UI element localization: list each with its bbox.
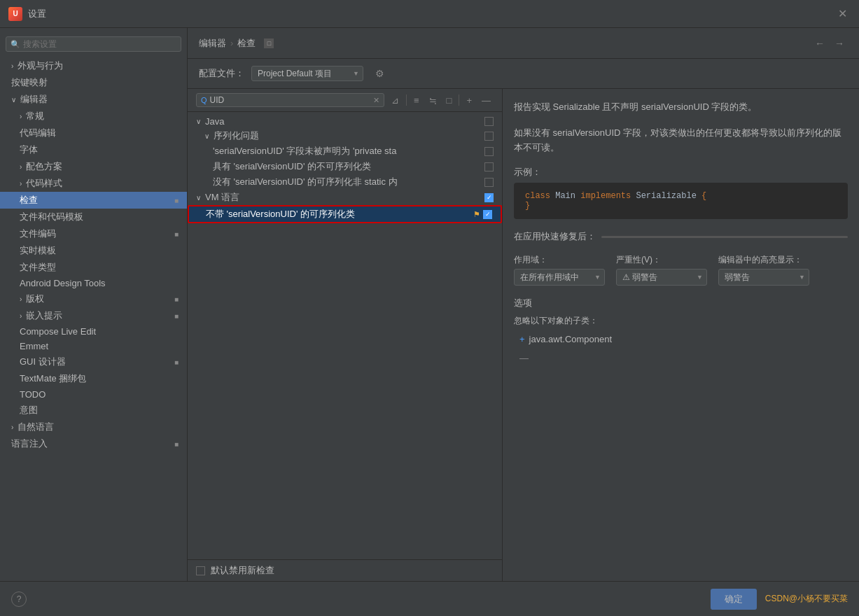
help-button[interactable]: ? xyxy=(11,592,27,607)
tree-node-java-checkbox[interactable] xyxy=(484,117,494,126)
bottom-bar: ? 确定 CSDN@小杨不要买菜 xyxy=(0,581,859,616)
toolbar-separator xyxy=(406,94,407,106)
sidebar-item-file-type[interactable]: 文件类型 xyxy=(0,259,187,276)
sidebar-item-appearance[interactable]: ›外观与行为 xyxy=(0,57,187,74)
chevron-icon: ∨ xyxy=(196,194,201,202)
tree-node-serial2-label: 具有 'serialVersionUID' 的不可序列化类 xyxy=(213,160,482,173)
chevron-icon: › xyxy=(20,295,22,303)
detail-panel: 报告实现 Serializable 且不声明 serialVersionUID … xyxy=(503,89,859,581)
option-item-text: java.awt.Component xyxy=(529,334,613,344)
tree-node-no-serial[interactable]: 不带 'serialVersionUID' 的可序列化类 ⚑ ✓ xyxy=(188,205,502,223)
sidebar-item-textmate[interactable]: TextMate 捆绑包 xyxy=(0,370,187,387)
quick-fix-bar xyxy=(601,236,848,238)
sidebar-item-keymap[interactable]: 按键映射 xyxy=(0,74,187,91)
tree-node-serial2[interactable]: 具有 'serialVersionUID' 的不可序列化类 xyxy=(188,159,502,174)
settings-scope-col: 作用域： 在所有作用域中 xyxy=(514,254,605,286)
title-bar: U 设置 ✕ xyxy=(0,0,859,28)
tree-toolbar: Q ✕ ⊿ ≡ ≒ □ + — xyxy=(188,89,502,112)
sidebar-item-intention[interactable]: 意图 xyxy=(0,402,187,419)
layout-button[interactable]: □ xyxy=(444,94,455,107)
tree-node-java[interactable]: ∨ Java xyxy=(188,115,502,128)
chevron-icon: ∨ xyxy=(11,96,16,104)
config-select[interactable]: Project Default 项目 xyxy=(251,66,363,81)
tree-node-serialization-label: 序列化问题 xyxy=(214,130,482,142)
sidebar-item-color-scheme[interactable]: ›配色方案 xyxy=(0,158,187,175)
quick-fix-label: 在应用快速修复后： xyxy=(514,230,596,243)
tree-node-vmlang-checkbox[interactable]: ✓ xyxy=(484,193,494,202)
option-minus-button[interactable]: — xyxy=(519,353,529,363)
sidebar-item-natural-lang[interactable]: ›自然语言 xyxy=(0,419,187,435)
tree-node-serial3[interactable]: 没有 'serialVersionUID' 的可序列化非 static 内 xyxy=(188,174,502,190)
sidebar-item-inspection[interactable]: 检查■ xyxy=(0,192,187,209)
sidebar-search-container: 🔍 xyxy=(6,36,181,52)
option-add-button[interactable]: + xyxy=(519,334,525,344)
tree-search-clear[interactable]: ✕ xyxy=(373,96,379,105)
tree-search-input[interactable] xyxy=(210,95,370,105)
sidebar-item-live-template[interactable]: 实时模板 xyxy=(0,242,187,259)
tree-node-no-serial-checkbox[interactable]: ✓ xyxy=(483,210,492,219)
highlight-label: 编辑器中的高亮显示： xyxy=(718,254,809,266)
tree-panel: Q ✕ ⊿ ≡ ≒ □ + — ∨ xyxy=(188,89,503,581)
tree-node-serialization-checkbox[interactable] xyxy=(484,132,494,141)
content-header: 编辑器 › 检查 □ ← → xyxy=(188,28,859,59)
sidebar-search-icon: 🔍 xyxy=(11,40,20,49)
scope-select[interactable]: 在所有作用域中 xyxy=(514,269,605,286)
sidebar-item-label: 语言注入 xyxy=(11,438,48,450)
tree-node-serial1-checkbox[interactable] xyxy=(484,147,494,156)
sidebar-item-android-design[interactable]: Android Design Tools xyxy=(0,276,187,290)
sidebar-item-file-encoding[interactable]: 文件编码■ xyxy=(0,225,187,242)
severity-select[interactable]: ⚠ 弱警告 xyxy=(616,269,707,286)
gear-button[interactable]: ⚙ xyxy=(370,64,389,83)
remove-button[interactable]: — xyxy=(479,94,494,107)
sidebar-search-input[interactable] xyxy=(23,39,176,49)
sidebar-item-compose-live[interactable]: Compose Live Edit xyxy=(0,324,187,339)
sidebar-item-label: 代码样式 xyxy=(26,177,62,190)
tree-node-serial3-label: 没有 'serialVersionUID' 的可序列化非 static 内 xyxy=(213,176,482,188)
nav-back-button[interactable]: ← xyxy=(811,35,828,52)
ignore-label: 忽略以下对象的子类： xyxy=(514,315,848,327)
sidebar-item-editor[interactable]: ∨编辑器 xyxy=(0,91,187,108)
breadcrumb: 编辑器 › 检查 □ xyxy=(199,37,274,50)
sidebar-item-label: 代码编辑 xyxy=(20,127,56,139)
sidebar-item-code-edit[interactable]: 代码编辑 xyxy=(0,125,187,141)
sidebar-item-label: 外观与行为 xyxy=(18,59,63,72)
tree-node-serial2-checkbox[interactable] xyxy=(484,162,494,172)
settings-row: 作用域： 在所有作用域中 严重性(V)： ⚠ 弱警告 xyxy=(514,254,848,286)
code-line2: } xyxy=(525,201,837,211)
tree-node-serialization[interactable]: ∨ 序列化问题 xyxy=(188,128,502,144)
tree-node-serial1[interactable]: 'serialVersionUID' 字段未被声明为 'private sta xyxy=(188,144,502,159)
example-section: 示例： class Main implements Serializable {… xyxy=(514,166,848,219)
tree-node-java-label: Java xyxy=(205,116,482,127)
sidebar-item-label: 文件编码 xyxy=(20,227,56,240)
sidebar-item-todo[interactable]: TODO xyxy=(0,387,187,402)
sidebar-item-lang-inject[interactable]: 语言注入■ xyxy=(0,435,187,452)
sidebar-item-font[interactable]: 字体 xyxy=(0,141,187,158)
sidebar-item-emmet[interactable]: Emmet xyxy=(0,339,187,354)
sidebar-item-file-template[interactable]: 文件和代码模板 xyxy=(0,209,187,225)
confirm-button[interactable]: 确定 xyxy=(711,589,757,610)
sidebar-item-code-style[interactable]: ›代码样式 xyxy=(0,175,187,192)
expand-all-button[interactable]: ≡ xyxy=(411,94,422,107)
quick-fix-row: 在应用快速修复后： xyxy=(514,230,848,243)
chevron-icon: › xyxy=(11,62,13,70)
detail-desc1: 报告实现 Serializable 且不声明 serialVersionUID … xyxy=(514,100,848,115)
scope-select-wrapper: 在所有作用域中 xyxy=(514,269,605,286)
close-button[interactable]: ✕ xyxy=(834,6,851,22)
chevron-icon: › xyxy=(20,180,22,188)
code-block: class Main implements Serializable { } xyxy=(514,183,848,219)
nav-forward-button[interactable]: → xyxy=(831,35,848,52)
tree-node-serial3-checkbox[interactable] xyxy=(484,178,494,187)
tree-node-vmlang[interactable]: ∨ VM 语言 ✓ xyxy=(188,190,502,205)
sidebar-item-gui-designer[interactable]: GUI 设计器■ xyxy=(0,354,187,370)
sidebar-item-copyright[interactable]: ›版权■ xyxy=(0,290,187,307)
collapse-all-button[interactable]: ≒ xyxy=(426,94,440,107)
add-button[interactable]: + xyxy=(463,94,475,107)
tree-footer-checkbox[interactable] xyxy=(196,566,205,575)
highlight-select[interactable]: 弱警告 xyxy=(718,269,809,286)
sidebar-item-inlay-hint[interactable]: ›嵌入提示■ xyxy=(0,307,187,324)
scope-label: 作用域： xyxy=(514,254,605,266)
filter-button[interactable]: ⊿ xyxy=(389,94,402,107)
split-panel: Q ✕ ⊿ ≡ ≒ □ + — ∨ xyxy=(188,89,859,581)
sidebar-items-container: ›外观与行为按键映射∨编辑器›常规代码编辑字体›配色方案›代码样式检查■文件和代… xyxy=(0,57,187,452)
sidebar-item-normal[interactable]: ›常规 xyxy=(0,108,187,125)
